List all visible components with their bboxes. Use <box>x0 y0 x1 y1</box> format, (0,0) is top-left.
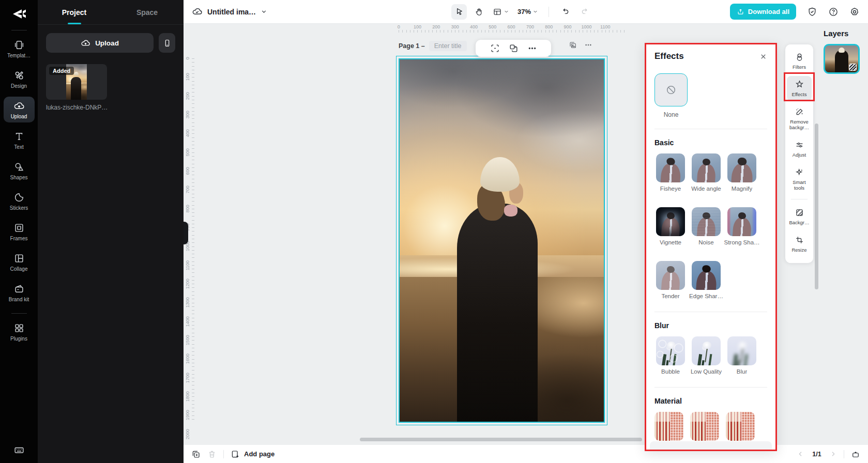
safety-shield-icon[interactable] <box>807 7 817 17</box>
tool-effects[interactable]: Effects <box>787 76 812 101</box>
upload-button[interactable]: Upload <box>46 33 154 53</box>
tool-remove-background[interactable]: Remove backgr… <box>787 103 812 134</box>
material-effects-grid <box>654 412 767 441</box>
effect-option[interactable]: Edge Shar… <box>690 261 722 299</box>
page-more-icon[interactable] <box>584 41 592 49</box>
duplicate-page-button[interactable] <box>191 450 201 459</box>
crop-select-icon[interactable] <box>490 43 500 53</box>
tool-background[interactable]: Backgr… <box>787 204 812 229</box>
document-title-menu[interactable]: Untitled ima… <box>192 6 267 17</box>
download-all-button[interactable]: Download all <box>730 4 796 20</box>
sidebar-item-templates[interactable]: Templat… <box>4 36 35 61</box>
effect-option[interactable]: Low Quality <box>690 336 722 375</box>
add-page-button[interactable]: Add page <box>231 450 275 459</box>
keyboard-shortcuts-icon[interactable] <box>13 444 25 456</box>
export-page-button[interactable] <box>851 450 860 459</box>
panel-collapse-handle[interactable] <box>184 222 188 244</box>
tab-project[interactable]: Project <box>38 0 111 24</box>
effect-option[interactable]: Fisheye <box>654 153 687 192</box>
more-options-icon[interactable] <box>527 43 537 53</box>
vertical-scrollbar[interactable] <box>815 124 818 289</box>
sidebar-item-text[interactable]: Text <box>4 127 35 153</box>
sidebar-item-design[interactable]: Design <box>4 66 35 92</box>
capcut-logo[interactable] <box>10 5 28 23</box>
sidebar-item-shapes[interactable]: Shapes <box>4 158 35 183</box>
sidebar-item-brand-kit[interactable]: Brand kit <box>4 280 35 305</box>
previous-page-button[interactable] <box>797 450 804 458</box>
effect-label: Noise <box>698 239 713 245</box>
zoom-level-dropdown[interactable]: 37% <box>515 6 540 18</box>
effect-option[interactable] <box>654 412 683 441</box>
sidebar-item-upload[interactable]: Upload <box>4 97 35 122</box>
effect-option[interactable]: Vignette <box>654 207 687 245</box>
sidebar-item-frames[interactable]: Frames <box>4 219 35 244</box>
background-icon <box>795 208 804 218</box>
tool-adjust[interactable]: Adjust <box>787 136 812 161</box>
app-window: Templat… Design Upload Text Shapes Stick… <box>0 0 868 463</box>
effect-option[interactable]: Noise <box>690 207 722 245</box>
layer-item-image[interactable] <box>824 44 860 74</box>
effect-option[interactable] <box>690 412 719 441</box>
upload-button-label: Upload <box>95 39 119 47</box>
sidebar-item-collage[interactable]: Collage <box>4 249 35 275</box>
cursor-icon <box>455 7 464 16</box>
redo-button[interactable] <box>577 4 592 20</box>
replace-image-icon[interactable] <box>509 43 519 53</box>
sidebar-item-label: Frames <box>10 236 28 241</box>
effect-thumbnail <box>692 336 721 365</box>
canvas-image-selected[interactable] <box>399 58 605 423</box>
tool-resize[interactable]: Resize <box>787 232 812 256</box>
hand-tool-button[interactable] <box>471 4 486 20</box>
page-corner-actions <box>569 41 592 49</box>
help-icon[interactable] <box>828 7 839 17</box>
uploaded-asset-thumbnail[interactable]: Added <box>46 64 107 100</box>
effect-option[interactable]: Magnify <box>726 153 758 192</box>
sidebar-item-stickers[interactable]: Stickers <box>4 188 35 214</box>
undo-button[interactable] <box>557 4 573 20</box>
layout-tool-dropdown[interactable] <box>491 5 511 19</box>
frames-icon <box>13 222 25 234</box>
divider <box>11 30 27 30</box>
design-icon <box>13 70 25 81</box>
ruler-number: 1700 <box>185 368 190 387</box>
settings-gear-icon[interactable] <box>849 7 860 17</box>
tab-space[interactable]: Space <box>111 0 184 24</box>
section-title-material: Material <box>654 397 767 405</box>
effect-option[interactable]: Blur <box>726 336 758 375</box>
effect-option[interactable]: Wide angle <box>690 153 722 192</box>
close-icon[interactable] <box>759 53 767 60</box>
effect-label: Bubble <box>661 368 680 375</box>
upload-from-phone-button[interactable] <box>159 33 175 53</box>
sidebar-item-label: Plugins <box>10 336 27 342</box>
tool-smart-tools[interactable]: Smart tools <box>787 164 812 194</box>
ruler-number: 1600 <box>185 349 190 368</box>
text-icon <box>13 131 25 142</box>
effect-option[interactable]: Tender <box>654 261 687 299</box>
next-page-button[interactable] <box>829 450 837 458</box>
page-label: Page 1 – <box>399 42 425 50</box>
effect-option[interactable]: Bubble <box>654 336 687 375</box>
tool-label: Resize <box>791 247 806 253</box>
select-tool-button[interactable] <box>451 4 467 20</box>
layer-background-badge-icon <box>849 64 857 71</box>
ruler-number: 300 <box>446 24 464 29</box>
divider <box>11 313 27 314</box>
horizontal-scrollbar[interactable] <box>360 438 642 441</box>
effect-thumbnail <box>692 153 721 182</box>
duplicate-page-icon[interactable] <box>569 41 577 49</box>
effect-preview-figure <box>656 153 685 182</box>
tool-label: Backgr… <box>789 220 809 225</box>
effect-option[interactable] <box>726 412 755 441</box>
delete-page-button[interactable] <box>207 450 217 459</box>
page-title-input[interactable]: Enter title <box>429 41 467 51</box>
effect-preview-figure <box>656 207 685 236</box>
section-title-blur: Blur <box>654 321 767 330</box>
effect-option-none[interactable]: None <box>654 73 688 118</box>
section-title-basic: Basic <box>654 138 767 147</box>
page-indicator: 1/1 <box>811 451 823 458</box>
chevron-down-icon <box>532 9 538 14</box>
tool-filters[interactable]: Filters <box>787 49 812 73</box>
effect-option[interactable]: Strong Sha… <box>726 207 758 245</box>
tool-label: Adjust <box>793 152 806 158</box>
sidebar-item-plugins[interactable]: Plugins <box>4 319 35 345</box>
